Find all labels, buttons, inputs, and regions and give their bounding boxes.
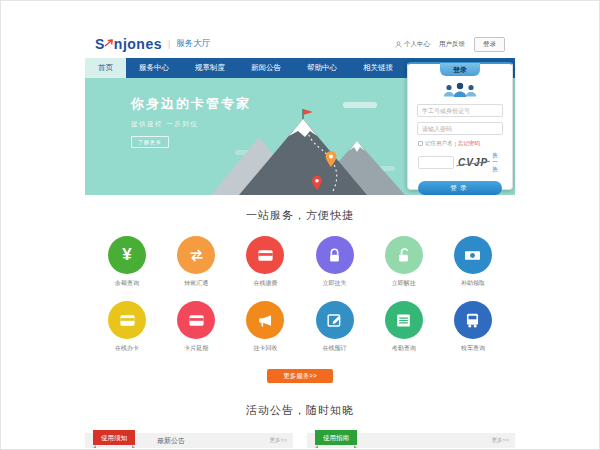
- lock-open-icon: [385, 236, 423, 274]
- lock-closed-icon: [316, 236, 354, 274]
- remember-label: 记住用户名: [425, 140, 453, 147]
- service-item-label: 补助领取: [443, 279, 503, 288]
- nav-item-4[interactable]: 新闻公告: [238, 58, 294, 78]
- user-feedback-link[interactable]: 用户反馈: [439, 40, 465, 49]
- logo: S njones: [95, 36, 162, 52]
- user-feedback-label: 用户反馈: [439, 40, 465, 49]
- service-item-label: 挂卡回收: [235, 344, 295, 353]
- header-divider: |: [168, 39, 170, 49]
- hero-title: 你身边的卡管专家: [131, 95, 251, 113]
- nav-item-6[interactable]: 相关链接: [350, 58, 406, 78]
- nav-item-3[interactable]: 规章制度: [182, 58, 238, 78]
- captcha-row: CVJP 换一换: [418, 152, 502, 173]
- service-item-label: 在线办卡: [97, 344, 157, 353]
- username-input[interactable]: [417, 104, 503, 117]
- more-services-button[interactable]: 更多服务>>: [267, 369, 333, 383]
- service-item-8[interactable]: 卡片延期: [166, 301, 226, 353]
- captcha-input[interactable]: [418, 156, 454, 169]
- services-title: 一站服务，方便快捷: [85, 195, 515, 223]
- login-panel: 登录 记住用户名 | 忘记密码 CVJP 换一换 登录: [407, 62, 513, 190]
- services-row-2: 在线办卡卡片延期挂卡回收在线预订考勤查询校车查询: [97, 301, 503, 353]
- card-icon: [246, 236, 284, 274]
- service-item-3[interactable]: 在线缴费: [235, 236, 295, 288]
- service-item-4[interactable]: 立即挂失: [305, 236, 365, 288]
- notice-panel-header: 使用须知 最新公告 更多>>: [85, 433, 293, 448]
- nav-item-2[interactable]: 服务中心: [126, 58, 182, 78]
- service-item-label: 考勤查询: [374, 344, 434, 353]
- edit-icon: [316, 301, 354, 339]
- forgot-password-link[interactable]: 忘记密码: [458, 140, 480, 147]
- guide-panel: 使用指南 更多>>: [307, 433, 515, 448]
- site-container: S njones | 服务大厅 个人中心 用户反馈 登录 首页服务中心规章制度新…: [85, 30, 515, 448]
- hero-subtitle: 提供捷径 一步到位: [131, 120, 251, 129]
- service-item-5[interactable]: 立即解挂: [374, 236, 434, 288]
- service-item-label: 在线缴费: [235, 279, 295, 288]
- password-input[interactable]: [417, 122, 503, 135]
- service-item-9[interactable]: 挂卡回收: [235, 301, 295, 353]
- hero-copy: 你身边的卡管专家 提供捷径 一步到位 了解更多: [131, 95, 251, 148]
- captcha-refresh-link[interactable]: 换一换: [492, 152, 502, 173]
- notice-panel: 使用须知 最新公告 更多>>: [85, 433, 293, 448]
- header-links: 个人中心 用户反馈 登录: [395, 37, 505, 52]
- announcement-panels: 使用须知 最新公告 更多>> 使用指南 更多>>: [85, 433, 515, 448]
- login-tab[interactable]: 登录: [440, 63, 480, 76]
- remember-row: 记住用户名 | 忘记密码: [418, 140, 502, 147]
- transfer-icon: [177, 236, 215, 274]
- service-item-6[interactable]: 补助领取: [443, 236, 503, 288]
- guide-panel-header: 使用指南 更多>>: [307, 433, 515, 448]
- guide-more-link[interactable]: 更多>>: [492, 437, 509, 444]
- portal-name: 服务大厅: [176, 38, 210, 50]
- megaphone-icon: [246, 301, 284, 339]
- banknote-icon: [454, 236, 492, 274]
- usage-guide-ribbon[interactable]: 使用指南: [315, 430, 357, 445]
- table-icon: [385, 301, 423, 339]
- card-icon: [177, 301, 215, 339]
- service-item-11[interactable]: 考勤查询: [374, 301, 434, 353]
- service-item-label: 转账汇通: [166, 279, 226, 288]
- personal-center-label: 个人中心: [404, 40, 430, 49]
- service-item-label: 卡片延期: [166, 344, 226, 353]
- service-item-label: 余额查询: [97, 279, 157, 288]
- announcements-title: 活动公告，随时知晓: [85, 403, 515, 418]
- service-item-12[interactable]: 校车查询: [443, 301, 503, 353]
- notice-more-link[interactable]: 更多>>: [270, 437, 287, 444]
- bus-icon: [454, 301, 492, 339]
- users-group-icon: [440, 81, 480, 99]
- captcha-image[interactable]: CVJP: [458, 157, 488, 168]
- services-row-1: ¥余额查询转账汇通在线缴费立即挂失立即解挂补助领取: [97, 236, 503, 288]
- header-login-button[interactable]: 登录: [474, 37, 505, 52]
- service-item-10[interactable]: 在线预订: [305, 301, 365, 353]
- logo-text-end: njones: [114, 36, 162, 52]
- nav-item-1[interactable]: 首页: [85, 58, 126, 78]
- service-item-label: 立即解挂: [374, 279, 434, 288]
- personal-center-link[interactable]: 个人中心: [395, 40, 430, 49]
- service-item-label: 立即挂失: [305, 279, 365, 288]
- login-submit-button[interactable]: 登录: [418, 181, 502, 195]
- service-item-1[interactable]: ¥余额查询: [97, 236, 157, 288]
- hero-cta-button[interactable]: 了解更多: [131, 136, 169, 148]
- nav-item-5[interactable]: 帮助中心: [294, 58, 350, 78]
- service-item-label: 校车查询: [443, 344, 503, 353]
- yuan-icon: ¥: [108, 236, 146, 274]
- usage-notice-ribbon[interactable]: 使用须知: [93, 430, 135, 445]
- card-icon: [108, 301, 146, 339]
- user-icon: [395, 41, 402, 48]
- service-item-7[interactable]: 在线办卡: [97, 301, 157, 353]
- top-header: S njones | 服务大厅 个人中心 用户反馈 登录: [85, 30, 515, 58]
- service-item-2[interactable]: 转账汇通: [166, 236, 226, 288]
- latest-announcements-tab[interactable]: 最新公告: [157, 436, 185, 446]
- remember-divider: |: [455, 141, 456, 147]
- service-item-label: 在线预订: [305, 344, 365, 353]
- remember-checkbox[interactable]: [418, 141, 423, 146]
